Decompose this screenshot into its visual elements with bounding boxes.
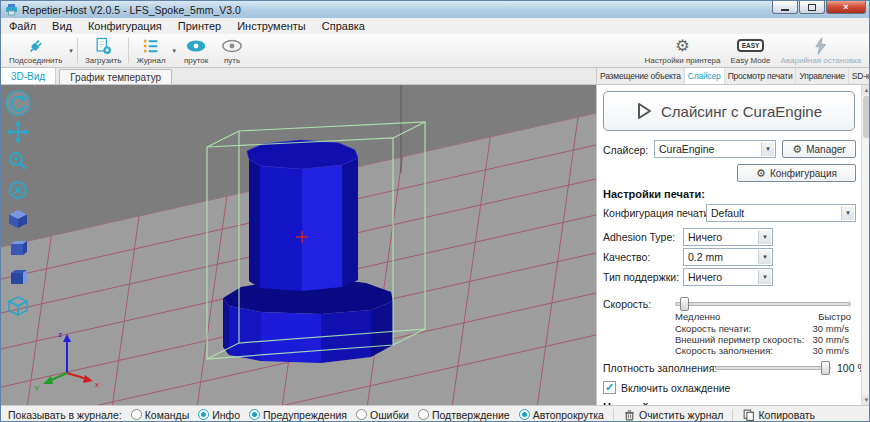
adhesion-type-select[interactable]: Ничего ▾ xyxy=(683,228,773,246)
rotate-view-button[interactable] xyxy=(4,89,32,117)
quality-select[interactable]: 0.2 mm ▾ xyxy=(683,248,773,266)
tab-print-preview[interactable]: Просмотр печати xyxy=(725,68,797,84)
menu-help[interactable]: Справка xyxy=(314,18,373,34)
speed-slow-label: Медленно xyxy=(675,311,720,322)
right-panel-scrollbar[interactable]: ▲ ▼ xyxy=(861,85,870,405)
slicer-select[interactable]: CuraEngine ▾ xyxy=(654,140,776,158)
axis-z-label: z xyxy=(58,330,62,339)
slicer-label: Слайсер: xyxy=(603,144,648,156)
eye-outline-icon xyxy=(221,36,243,55)
infill-density-label: Плотность заполнения: xyxy=(603,362,717,374)
infill-speed-value: 30 mm/s xyxy=(791,345,849,356)
viewport-toolbar xyxy=(4,89,32,321)
easy-mode-button[interactable]: EASY Easy Mode xyxy=(726,34,776,67)
minimize-button[interactable] xyxy=(772,1,798,14)
load-button[interactable]: Загрузить xyxy=(80,34,127,67)
log-toggle-warnings[interactable]: Предупреждения xyxy=(249,409,347,421)
trash-icon xyxy=(623,408,636,422)
gear-icon: ⚙ xyxy=(792,144,802,155)
log-toggle-errors[interactable]: Ошибки xyxy=(356,409,409,421)
move-view-button[interactable] xyxy=(4,118,32,146)
log-toggle-info[interactable]: Инфо xyxy=(198,409,240,421)
print-speed-value: 30 mm/s xyxy=(791,323,849,334)
outer-perimeter-speed-label: Внешний периметр скорость: xyxy=(675,334,804,345)
speed-slider-thumb[interactable] xyxy=(680,297,689,311)
manager-button[interactable]: ⚙ Manager xyxy=(782,140,856,158)
speed-slider[interactable] xyxy=(675,302,851,306)
scroll-up-icon[interactable]: ▲ xyxy=(862,85,870,95)
front-view-button[interactable] xyxy=(4,234,32,262)
support-type-select[interactable]: Ничего ▾ xyxy=(683,268,773,286)
tab-slicer[interactable]: Слайсер xyxy=(685,68,725,84)
enable-cooling-checkbox[interactable]: ✓ xyxy=(603,381,616,394)
support-type-label: Тип поддержки: xyxy=(603,271,679,283)
menu-config[interactable]: Конфигурация xyxy=(80,18,170,34)
toolbar-separator xyxy=(77,38,78,63)
eye-filled-icon xyxy=(185,36,207,55)
enable-cooling-label: Включить охлаждение xyxy=(621,382,730,394)
radio-icon xyxy=(198,409,209,420)
radio-icon xyxy=(418,409,429,420)
print-settings-header: Настройки печати: xyxy=(603,188,705,200)
play-icon xyxy=(636,102,652,120)
speed-label: Скорость: xyxy=(603,298,651,310)
menu-bar: Файл Вид Конфигурация Принтер Инструмент… xyxy=(1,18,869,34)
window-title: Repetier-Host V2.0.5 - LFS_Spoke_5mm_V3.… xyxy=(22,4,241,16)
close-button[interactable]: × xyxy=(826,1,866,14)
adhesion-type-label: Adhesion Type: xyxy=(603,231,675,243)
menu-tools[interactable]: Инструменты xyxy=(229,18,314,34)
show-filament-button[interactable]: пруток xyxy=(178,34,214,67)
menu-view[interactable]: Вид xyxy=(44,18,80,34)
toolbar-separator xyxy=(128,38,129,63)
radio-icon xyxy=(519,409,530,420)
easy-badge-icon: EASY xyxy=(737,36,765,55)
zoom-view-button[interactable] xyxy=(4,147,32,175)
radio-icon xyxy=(131,409,142,420)
infill-density-slider[interactable] xyxy=(715,366,831,370)
3d-viewport[interactable]: x Y z xyxy=(1,85,596,405)
main-toolbar: Подсоединить ▾ Загрузить Журнал xyxy=(1,34,869,68)
log-toggle-autoscroll[interactable]: Автопрокрутка xyxy=(519,409,604,421)
menu-file[interactable]: Файл xyxy=(1,18,44,34)
fit-view-button[interactable] xyxy=(4,176,32,204)
copy-button[interactable]: Копировать xyxy=(742,408,815,422)
connect-button[interactable]: Подсоединить xyxy=(4,34,67,67)
app-icon xyxy=(5,3,18,16)
tab-3d-view[interactable]: 3D-Вид xyxy=(1,68,56,84)
gear-icon: ⚙ xyxy=(756,168,766,179)
copy-icon xyxy=(742,408,755,422)
chevron-down-icon: ▾ xyxy=(758,250,771,264)
tab-temperature-graph[interactable]: График температур xyxy=(59,69,172,84)
scroll-down-icon[interactable]: ▼ xyxy=(862,395,870,405)
infill-density-slider-thumb[interactable] xyxy=(821,361,830,375)
log-toggle-button[interactable]: Журнал xyxy=(131,34,170,67)
log-toggle-commands[interactable]: Команды xyxy=(131,409,190,421)
statusbar-separator xyxy=(732,409,733,421)
configuration-button[interactable]: ⚙ Конфигурация xyxy=(737,164,856,182)
printer-settings-button[interactable]: ⚙ Настройки принтера xyxy=(639,34,725,67)
log-dropdown-arrow[interactable]: ▾ xyxy=(171,34,179,67)
connect-dropdown-arrow[interactable]: ▾ xyxy=(67,34,75,67)
clear-log-button[interactable]: Очистить журнал xyxy=(623,408,724,422)
toolbar-spacer xyxy=(250,34,639,67)
print-config-select[interactable]: Default ▾ xyxy=(706,204,856,222)
tab-manual-control[interactable]: Управление xyxy=(796,68,848,84)
side-view-button[interactable] xyxy=(4,263,32,291)
3d-scene: x Y z xyxy=(1,85,596,405)
emergency-stop-button[interactable]: Аварийная остановка xyxy=(776,34,866,67)
isometric-view-button[interactable] xyxy=(4,205,32,233)
chevron-down-icon: ▾ xyxy=(758,230,771,244)
slice-button[interactable]: Слайсинг с CuraEngine xyxy=(603,91,855,131)
top-view-button[interactable] xyxy=(4,292,32,320)
log-list-icon xyxy=(141,36,161,55)
log-toggle-ack[interactable]: Подтверждение xyxy=(418,409,510,421)
maximize-button[interactable] xyxy=(799,1,825,14)
scrollbar-thumb[interactable] xyxy=(863,96,870,138)
chevron-down-icon: ▾ xyxy=(841,206,854,220)
show-path-button[interactable]: путь xyxy=(214,34,250,67)
minimize-icon xyxy=(781,9,789,11)
tab-sd-card[interactable]: SD-карта xyxy=(849,68,870,84)
menu-printer[interactable]: Принтер xyxy=(170,18,229,34)
tab-object-placement[interactable]: Размещение объекта xyxy=(597,68,685,84)
chevron-down-icon: ▾ xyxy=(761,142,774,156)
